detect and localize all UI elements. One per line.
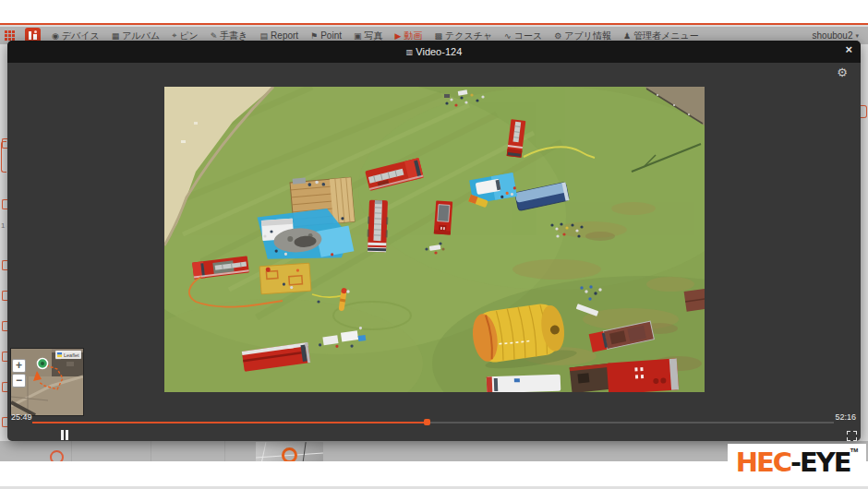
user-name: shoubou2: [813, 30, 853, 41]
progress-handle[interactable]: [424, 419, 430, 425]
pause-button[interactable]: [60, 430, 70, 440]
hec-eye-logo-eye: -EYE: [790, 449, 850, 476]
list-item-fragment-right[interactable]: [861, 105, 867, 118]
svg-text:Leaflet: Leaflet: [64, 352, 79, 358]
map-circle-marker: [282, 447, 297, 461]
progress-bar[interactable]: [32, 422, 834, 423]
progress-played: [32, 422, 427, 423]
hec-eye-logo: HEC-EYETM: [728, 444, 866, 482]
modal-title-text: Video-124: [416, 46, 462, 57]
map-marker-fragment: [50, 450, 64, 461]
zoom-in-button[interactable]: +: [12, 359, 26, 373]
texture-icon: ▩: [434, 31, 442, 41]
video-icon: ▶: [395, 31, 402, 41]
current-time: 25:49: [11, 412, 32, 422]
gear-icon[interactable]: ⚙: [837, 66, 848, 79]
fullscreen-button[interactable]: [847, 431, 857, 441]
modal-header: ▥ Video-124 ×: [7, 41, 861, 63]
modal-title: ▥ Video-124: [406, 46, 463, 57]
admin-icon: ♟: [623, 31, 631, 41]
menu-item-report[interactable]: ▤Report: [260, 30, 299, 41]
zoom-out-button[interactable]: −: [12, 374, 26, 388]
fire-truck: [434, 200, 452, 234]
menu-item-point[interactable]: ⚑Point: [310, 30, 342, 41]
equipment-truck: [570, 364, 613, 392]
device-icon: ◉: [52, 31, 59, 41]
fire-truck: [607, 358, 679, 392]
course-icon: ∿: [504, 31, 512, 41]
video-aerial-scene: [164, 87, 705, 392]
training-mat: [259, 263, 311, 294]
total-time: 52:16: [835, 412, 856, 422]
pin-icon: ⌖: [172, 30, 176, 41]
white-van: [487, 375, 561, 392]
handwriting-icon: ✎: [211, 31, 218, 41]
minimap-zoom-controls: + −: [12, 359, 26, 388]
map-thumbnail[interactable]: [256, 442, 323, 461]
chevron-down-icon: ▾: [855, 32, 859, 40]
report-icon: ▤: [260, 31, 269, 41]
menu-item-label: Point: [320, 30, 342, 41]
video-file-icon: ▥: [406, 48, 414, 56]
point-icon: ⚑: [310, 31, 318, 41]
photo-icon: ▣: [354, 31, 362, 41]
shed: [684, 288, 705, 312]
hec-eye-logo-tm: TM: [850, 447, 859, 453]
video-player-frame[interactable]: [164, 87, 705, 392]
minimap[interactable]: Leaflet + −: [11, 349, 83, 415]
leaflet-attribution: Leaflet: [55, 351, 81, 359]
album-icon: ▦: [112, 31, 120, 41]
top-white-bar: [0, 0, 868, 25]
app-info-icon: ⚙: [554, 31, 561, 41]
menu-item-label: Report: [271, 30, 298, 41]
close-icon[interactable]: ×: [845, 43, 852, 55]
ladder-truck: [367, 200, 389, 253]
hec-eye-logo-hec: HEC: [736, 449, 790, 476]
video-modal: ▥ Video-124 × ⚙: [7, 41, 861, 441]
apps-grid-icon[interactable]: [5, 30, 15, 41]
